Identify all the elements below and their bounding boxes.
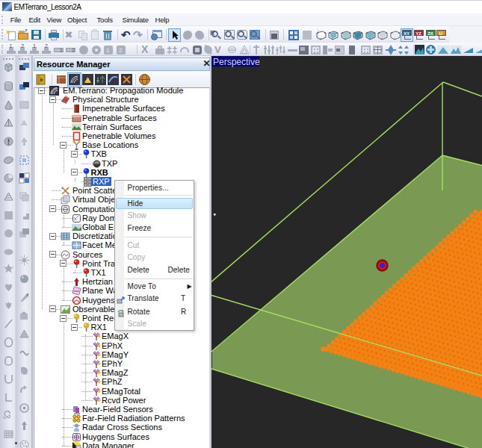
svg-text:Perspective: Perspective xyxy=(213,57,260,67)
